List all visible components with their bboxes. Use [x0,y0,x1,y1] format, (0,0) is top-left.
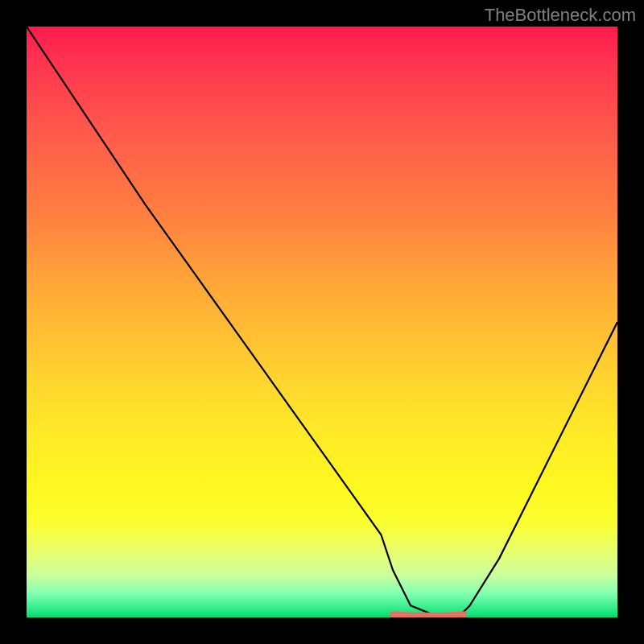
chart-svg [27,27,617,617]
plot-area [27,27,617,617]
optimal-range-marker [393,614,464,615]
bottleneck-curve [27,27,617,617]
watermark-text: TheBottleneck.com [485,5,636,26]
